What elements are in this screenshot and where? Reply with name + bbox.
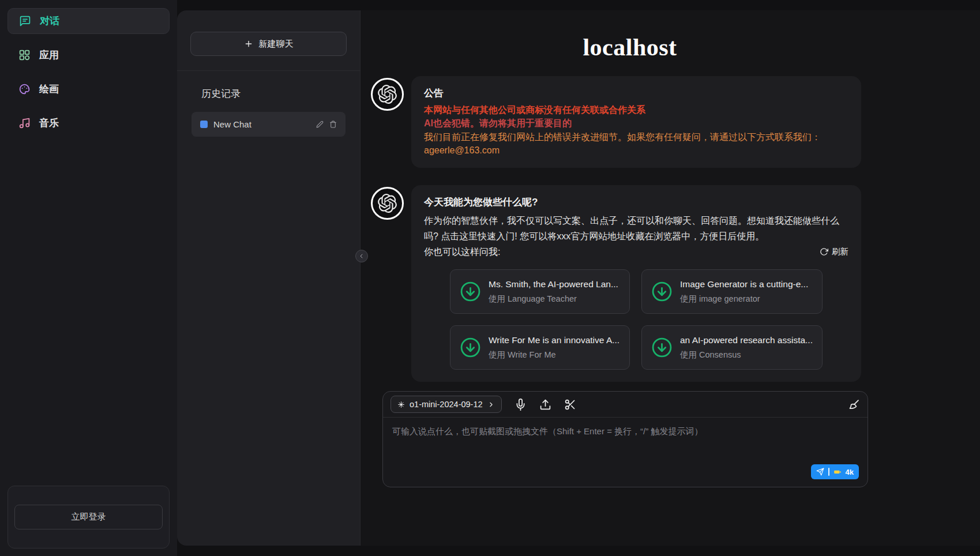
app-root: 对话 应用 绘画 音乐 立即登录: [0, 0, 980, 556]
collapse-sidebar-button[interactable]: [355, 250, 368, 262]
notice-line-3: 我们目前正在修复我们网站上的错误并改进细节。如果您有任何疑问，请通过以下方式联系…: [424, 131, 848, 144]
model-sparkle-icon: [397, 401, 405, 408]
sidebar-item-label: 对话: [40, 14, 59, 28]
upload-icon: [539, 399, 551, 411]
assistant-avatar: [371, 78, 404, 111]
refresh-label: 刷新: [832, 244, 848, 260]
suggestion-card[interactable]: Image Generator is a cutting-e... 使用 ima…: [641, 269, 823, 314]
page-title: localhost: [371, 33, 889, 61]
sidebar-item-label: 音乐: [39, 117, 59, 130]
login-button[interactable]: 立即登录: [14, 505, 163, 529]
edit-icon[interactable]: [316, 121, 324, 128]
chat-list-panel: 新建聊天 历史记录 New Chat: [177, 10, 361, 546]
chat-window: 新建聊天 历史记录 New Chat: [177, 10, 980, 546]
new-chat-label: 新建聊天: [259, 39, 294, 50]
trash-icon[interactable]: [329, 121, 337, 128]
broom-icon: [848, 399, 860, 411]
sidebar-item-apps[interactable]: 应用: [7, 42, 170, 68]
suggestion-subtitle: 使用 Language Teacher: [489, 293, 618, 306]
suggestion-title: Write For Me is an innovative A...: [489, 334, 619, 347]
mic-button[interactable]: [515, 399, 527, 411]
ask-hint: 你也可以这样问我:: [424, 244, 500, 260]
notice-line-2: AI也会犯错。请勿将其用于重要目的: [424, 117, 848, 130]
suggestion-title: Image Generator is a cutting-e...: [680, 278, 808, 291]
suggestion-grid: Ms. Smith, the AI-powered Lan... 使用 Lang…: [450, 269, 823, 370]
chat-item-title: New Chat: [213, 119, 310, 129]
main-chat-area: localhost 公告 本网站与任何其他公司或商标没有任何关联或合作关系 AI…: [361, 10, 980, 546]
composer-toolbar: o1-mini-2024-09-12: [383, 392, 868, 418]
sidebar-item-draw[interactable]: 绘画: [7, 76, 170, 102]
history-title: 历史记录: [201, 87, 360, 100]
welcome-heading: 今天我能为您做些什么呢?: [424, 196, 848, 209]
notice-heading: 公告: [424, 87, 848, 100]
welcome-bubble: 今天我能为您做些什么呢? 作为你的智慧伙伴，我不仅可以写文案、出点子，还可以和你…: [411, 185, 861, 382]
arrow-down-circle-icon: [460, 337, 481, 358]
apps-grid-icon: [18, 49, 31, 61]
openai-logo-icon: [378, 85, 397, 104]
message-row: 今天我能为您做些什么呢? 作为你的智慧伙伴，我不仅可以写文案、出点子，还可以和你…: [371, 185, 889, 382]
chat-list-header: 新建聊天: [177, 10, 360, 71]
battery-icon: [833, 468, 842, 476]
suggestion-title: an AI-powered research assista...: [680, 334, 813, 347]
token-count: 4k: [846, 468, 854, 476]
chevron-right-icon: [487, 401, 495, 408]
chat-item-actions: [316, 121, 337, 128]
notice-line-1: 本网站与任何其他公司或商标没有任何关联或合作关系: [424, 104, 848, 117]
scissors-button[interactable]: [564, 399, 576, 411]
chat-bubble-icon: [19, 15, 31, 27]
mic-icon: [515, 399, 527, 411]
message-input[interactable]: [383, 418, 868, 467]
suggestion-subtitle: 使用 image generator: [680, 293, 808, 306]
login-panel: 立即登录: [7, 486, 170, 549]
arrow-down-circle-icon: [651, 337, 673, 358]
badge-divider: [828, 468, 829, 476]
model-selector[interactable]: o1-mini-2024-09-12: [391, 396, 502, 413]
music-note-icon: [18, 117, 31, 129]
upload-button[interactable]: [539, 399, 551, 411]
composer: o1-mini-2024-09-12: [382, 391, 868, 487]
refresh-icon: [820, 247, 828, 256]
contact-email-link[interactable]: ageerle@163.com: [424, 145, 500, 155]
sidebar-item-label: 应用: [39, 48, 59, 62]
message-row: 公告 本网站与任何其他公司或商标没有任何关联或合作关系 AI也会犯错。请勿将其用…: [371, 76, 889, 168]
arrow-down-circle-icon: [651, 281, 673, 302]
suggestion-card[interactable]: Write For Me is an innovative A... 使用 Wr…: [450, 325, 630, 370]
suggestion-subtitle: 使用 Write For Me: [489, 349, 619, 362]
scissors-icon: [564, 399, 576, 411]
welcome-body: 作为你的智慧伙伴，我不仅可以写文案、出点子，还可以和你聊天、回答问题。想知道我还…: [424, 213, 848, 244]
sidebar-item-chat[interactable]: 对话: [7, 8, 170, 34]
chevron-left-icon: [358, 253, 365, 260]
send-button[interactable]: 4k: [811, 464, 859, 479]
chat-column: localhost 公告 本网站与任何其他公司或商标没有任何关联或合作关系 AI…: [371, 33, 889, 487]
chat-color-dot-icon: [200, 121, 208, 128]
arrow-down-circle-icon: [460, 281, 481, 302]
suggestion-subtitle: 使用 Consensus: [680, 349, 813, 362]
sidebar-item-music[interactable]: 音乐: [7, 110, 170, 136]
chat-list-item[interactable]: New Chat: [192, 112, 346, 137]
model-label: o1-mini-2024-09-12: [410, 400, 483, 409]
suggestion-title: Ms. Smith, the AI-powered Lan...: [489, 278, 618, 291]
openai-logo-icon: [378, 194, 397, 213]
notice-bubble: 公告 本网站与任何其他公司或商标没有任何关联或合作关系 AI也会犯错。请勿将其用…: [411, 76, 861, 168]
assistant-avatar: [371, 187, 404, 220]
new-chat-button[interactable]: 新建聊天: [190, 32, 347, 56]
plus-icon: [244, 39, 253, 48]
suggestion-card[interactable]: Ms. Smith, the AI-powered Lan... 使用 Lang…: [450, 269, 630, 314]
palette-icon: [18, 83, 31, 95]
refresh-button[interactable]: 刷新: [820, 244, 848, 260]
suggestion-card[interactable]: an AI-powered research assista... 使用 Con…: [641, 325, 823, 370]
sidebar: 对话 应用 绘画 音乐 立即登录: [0, 0, 177, 556]
sidebar-item-label: 绘画: [39, 82, 59, 96]
clear-context-button[interactable]: [848, 399, 860, 411]
send-plane-icon: [816, 468, 824, 476]
